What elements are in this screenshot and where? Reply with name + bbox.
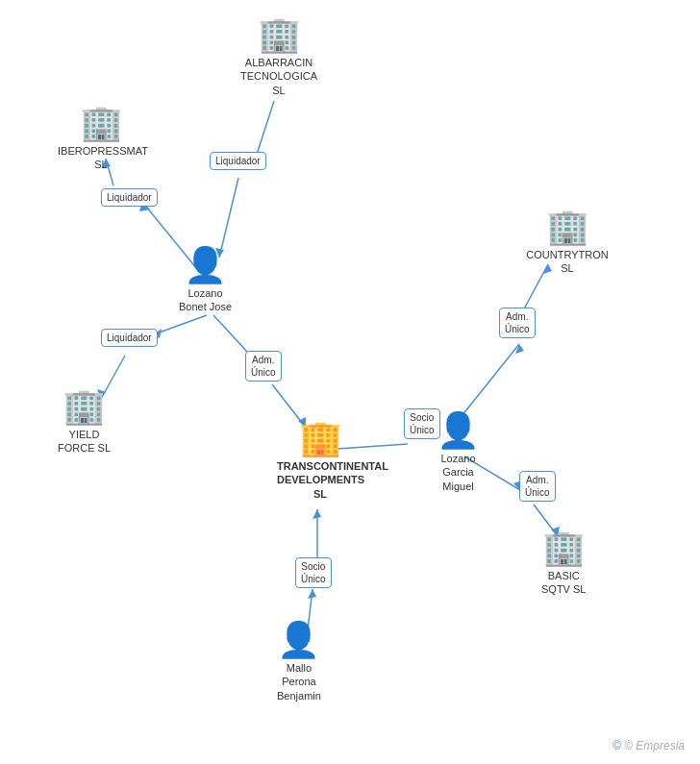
yield-force-label: YIELDFORCE SL — [58, 428, 111, 456]
transcontinental-label: TRANSCONTINENTALDEVELOPMENTSSL — [277, 459, 363, 501]
building-icon: 🏢 — [542, 530, 586, 565]
lozano-bonet-label: LozanoBonet Jose — [179, 286, 232, 314]
lozano-garcia-label: LozanoGarciaMiguel — [440, 452, 475, 493]
lozano-garcia-node: 👤 LozanoGarciaMiguel — [437, 413, 480, 493]
building-icon: 🏢 — [80, 106, 123, 140]
svg-line-8 — [154, 315, 207, 334]
countrytron-label: COUNTRYTRON SL — [524, 248, 611, 276]
lozano-bonet-node: 👤 LozanoBonet Jose — [179, 248, 232, 314]
basic-sqtv-label: BASICSQTV SL — [541, 569, 586, 597]
transcontinental-node: 🏢 TRANSCONTINENTALDEVELOPMENTSSL — [277, 421, 363, 501]
mallo-perona-node: 👤 MalloPeronaBenjamin — [277, 623, 321, 702]
iberopressmat-label: IBEROPRESSMAT SL — [58, 144, 144, 172]
badge-adm-unico-1: Adm.Único — [245, 351, 282, 382]
yield-force-node: 🏢 YIELDFORCE SL — [58, 389, 111, 456]
person-icon: 👤 — [437, 413, 480, 448]
badge-liquidador-1: Liquidador — [210, 152, 266, 170]
svg-marker-19 — [515, 344, 524, 354]
basic-sqtv-node: 🏢 BASICSQTV SL — [541, 530, 586, 597]
person-icon: 👤 — [184, 248, 227, 283]
svg-line-18 — [458, 344, 519, 421]
building-icon: 🏢 — [62, 389, 106, 424]
person-icon: 👤 — [277, 623, 320, 657]
mallo-perona-label: MalloPeronaBenjamin — [277, 661, 321, 702]
svg-marker-29 — [312, 509, 321, 519]
building-icon: 🏢 — [546, 209, 589, 244]
badge-adm-unico-3: Adm.Único — [519, 471, 556, 502]
albarracin-node: 🏢 ALBARRACIN TECNOLOGICA SL — [236, 17, 322, 97]
watermark: © © Empresia — [612, 739, 685, 752]
building-icon: 🏢 — [258, 17, 301, 52]
badge-liquidador-2: Liquidador — [101, 188, 158, 207]
albarracin-label: ALBARRACIN TECNOLOGICA SL — [236, 56, 322, 97]
svg-marker-27 — [308, 589, 316, 599]
badge-liquidador-3: Liquidador — [101, 329, 158, 347]
iberopressmat-node: 🏢 IBEROPRESSMAT SL — [58, 106, 144, 172]
badge-socio-unico-2: SocioÚnico — [295, 557, 332, 588]
badge-socio-unico-1: SocioÚnico — [404, 408, 440, 439]
badge-adm-unico-2: Adm.Único — [499, 308, 536, 338]
building-icon-highlight: 🏢 — [299, 421, 342, 456]
countrytron-node: 🏢 COUNTRYTRON SL — [524, 209, 611, 276]
